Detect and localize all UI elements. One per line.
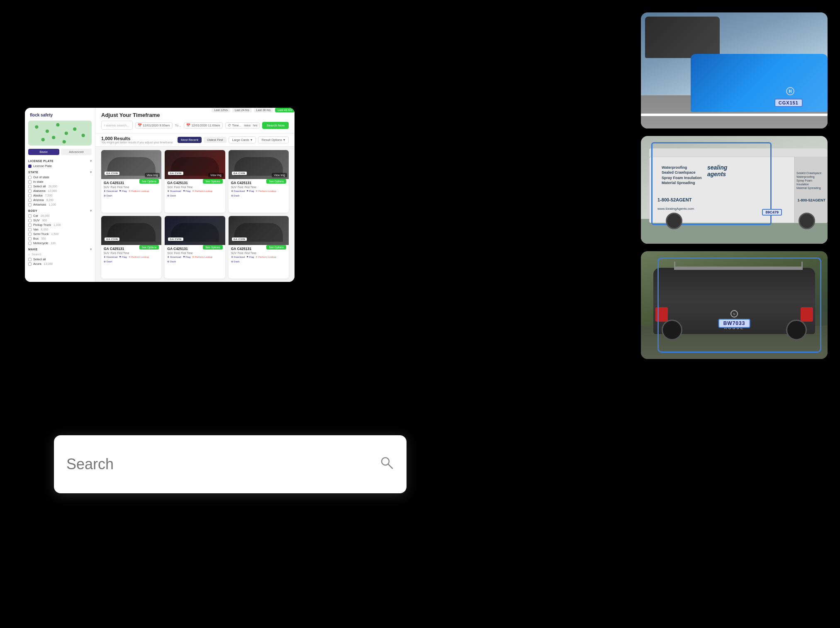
perform-lookup-button[interactable]: ✕ Perform Lookup <box>256 255 276 258</box>
perform-lookup-button[interactable]: ✕ Perform Lookup <box>256 189 276 192</box>
state-arizona[interactable]: Arizona 8,200 <box>28 198 92 202</box>
body-car[interactable]: Car 28,000 <box>28 214 92 218</box>
body-bus[interactable]: Bus 350 <box>28 237 92 240</box>
state-in-state[interactable]: In state <box>28 180 92 184</box>
card-body: GA C425131 See Options SUV Ford First Ti… <box>165 245 225 264</box>
vehicle-card: GA CVIN GA C425131 See Options SUV Ford … <box>165 216 225 279</box>
perform-lookup-button[interactable]: ✕ Perform Lookup <box>129 255 149 258</box>
svg-point-1 <box>35 125 38 129</box>
search-input[interactable]: I wanna search... <box>101 121 133 130</box>
body-pickup-truck[interactable]: Pickup Truck 1,200 <box>28 223 92 227</box>
flag-button[interactable]: ⚑ Flag <box>119 189 127 192</box>
date-to-field[interactable]: 📅 12/01/2020 11:00am <box>184 122 223 129</box>
card-tags: SUV Ford First Time <box>231 186 286 189</box>
result-options-dropdown[interactable]: Result Options ▾ <box>258 136 289 143</box>
timeframe-24hrs[interactable]: Last 24 hrs <box>232 108 252 112</box>
state-alaska[interactable]: Alaska 7,500 <box>28 194 92 197</box>
download-button[interactable]: ⬇ Download <box>104 189 117 192</box>
download-button[interactable]: ⬇ Download <box>167 189 181 192</box>
svg-point-3 <box>56 123 59 126</box>
search-bar: I wanna search... 📅 12/01/2020 9:00am To… <box>101 121 289 130</box>
perform-lookup-button[interactable]: ✕ Perform Lookup <box>129 189 149 192</box>
dash-button[interactable]: ⊕ Dash <box>104 194 112 197</box>
card-actions: ⬇ Download ⚑ Flag ✕ Perform Lookup ⊕ Das… <box>167 255 222 263</box>
body-motorcycle[interactable]: Motorcycle 100 <box>28 241 92 245</box>
time-field[interactable]: ⏱ Time... mins hrs <box>225 122 260 129</box>
flag-button[interactable]: ⚑ Flag <box>246 189 254 192</box>
main-header: Adjust Your Timeframe Last 12hrs Last 24… <box>95 108 295 133</box>
timeframe-36hrs[interactable]: Last 36 hrs <box>254 108 273 112</box>
view-img-button[interactable]: View Img <box>145 173 160 177</box>
download-button[interactable]: ⬇ Download <box>231 255 245 258</box>
tab-basic[interactable]: Basic <box>28 149 59 155</box>
download-button[interactable]: ⬇ Download <box>167 255 181 258</box>
card-image: GA CVIN View Img <box>101 150 161 179</box>
tab-advanced[interactable]: Advanced <box>61 149 92 155</box>
make-select-all[interactable]: Select all <box>28 257 92 261</box>
dash-button[interactable]: ⊕ Dash <box>231 260 240 263</box>
see-options-button[interactable]: See Options <box>139 179 159 184</box>
sort-most-recent[interactable]: Most Recent <box>178 137 202 143</box>
license-plate-filter[interactable]: License Plate <box>28 164 92 168</box>
svg-point-9 <box>63 140 66 143</box>
card-tags: SUV Ford First Time <box>231 252 286 255</box>
plate-tag: GA CVIN <box>105 172 119 175</box>
dash-button[interactable]: ⊕ Dash <box>167 260 176 263</box>
body-semi-truck[interactable]: Semi Truck 1,500 <box>28 232 92 236</box>
view-img-button[interactable]: View Img <box>272 173 287 177</box>
see-options-button[interactable]: See Options <box>266 179 286 184</box>
view-dropdown[interactable]: Large Cards ▾ <box>229 136 256 143</box>
flag-button[interactable]: ⚑ Flag <box>119 255 127 258</box>
card-body: GA C425131 See Options SUV Ford First Ti… <box>229 179 289 199</box>
page-title: Adjust Your Timeframe <box>101 112 289 118</box>
view-img-button[interactable]: View Img <box>208 173 224 177</box>
section-make: MAKE ▾ <box>28 247 92 251</box>
see-options-button[interactable]: See Options <box>203 179 223 184</box>
timeframe-buttons: Last 12hrs Last 24 hrs Last 36 hrs Last … <box>212 108 295 112</box>
see-options-button[interactable]: See Options <box>139 245 159 250</box>
perform-lookup-button[interactable]: ✕ Perform Lookup <box>192 189 212 192</box>
perform-lookup-button[interactable]: ✕ Perform Lookup <box>192 255 212 258</box>
flag-button[interactable]: ⚑ Flag <box>183 255 190 258</box>
state-alabama[interactable]: Alabama 12,000 <box>28 189 92 193</box>
map-preview <box>28 121 92 145</box>
flag-button[interactable]: ⚑ Flag <box>246 255 254 258</box>
dash-button[interactable]: ⊕ Dash <box>104 260 112 263</box>
body-suv[interactable]: SUV 900 <box>28 218 92 222</box>
see-options-button[interactable]: See Options <box>203 245 223 250</box>
plate-label-2: 89C479 <box>762 209 782 216</box>
sort-oldest-first[interactable]: Oldest First <box>204 137 226 143</box>
state-out-of-state[interactable]: Out of state <box>28 175 92 179</box>
date-from-field[interactable]: 📅 12/01/2020 9:00am <box>135 122 173 129</box>
dash-button[interactable]: ⊕ Dash <box>167 194 176 197</box>
flag-button[interactable]: ⚑ Flag <box>183 189 190 192</box>
card-actions: ⬇ Download ⚑ Flag ✕ Perform Lookup ⊕ Das… <box>104 255 159 263</box>
timeframe-48hrs[interactable]: Last 48 hrs <box>275 108 295 112</box>
search-input-main[interactable] <box>66 456 373 473</box>
card-actions: ⬇ Download ⚑ Flag ✕ Perform Lookup ⊕ Das… <box>104 189 159 197</box>
state-arkansas[interactable]: Arkansas 1,100 <box>28 203 92 206</box>
license-plate-checkbox[interactable] <box>28 165 32 168</box>
search-now-button[interactable]: Search Now <box>262 122 289 129</box>
to-label: To... <box>175 124 181 127</box>
body-van[interactable]: Van 6,000 <box>28 228 92 231</box>
vehicle-card: GA CVIN GA C425131 See Options SUV Ford … <box>229 216 289 279</box>
timeframe-12hrs[interactable]: Last 12hrs <box>212 108 230 112</box>
card-tags: SUV Ford First Time <box>104 252 159 255</box>
search-box-container <box>54 435 407 493</box>
see-options-button[interactable]: See Options <box>266 245 286 250</box>
dash-button[interactable]: ⊕ Dash <box>231 194 240 197</box>
plate-tag: GA CVIN <box>232 238 247 241</box>
sidebar-tabs: Basic Advanced <box>28 149 92 155</box>
svg-point-5 <box>73 127 76 131</box>
state-select-all[interactable]: Select all 28,000 <box>28 184 92 188</box>
vehicle-card: GA CVIN View Img GA C425131 See Options … <box>165 150 225 213</box>
card-actions: ⬇ Download ⚑ Flag ✕ Perform Lookup ⊕ Das… <box>167 189 222 197</box>
right-panel: H CGX151 Waterproofing Sealed Crawlspace… <box>641 12 828 359</box>
vehicle-card: GA CVIN GA C425131 See Options SUV Ford … <box>101 216 161 279</box>
download-button[interactable]: ⬇ Download <box>104 255 117 258</box>
results-count: 1,000 Results <box>101 136 173 141</box>
make-acura[interactable]: Acura 13,000 <box>28 262 92 266</box>
plate-label-3: BW7033 <box>718 319 750 328</box>
download-button[interactable]: ⬇ Download <box>231 189 245 192</box>
